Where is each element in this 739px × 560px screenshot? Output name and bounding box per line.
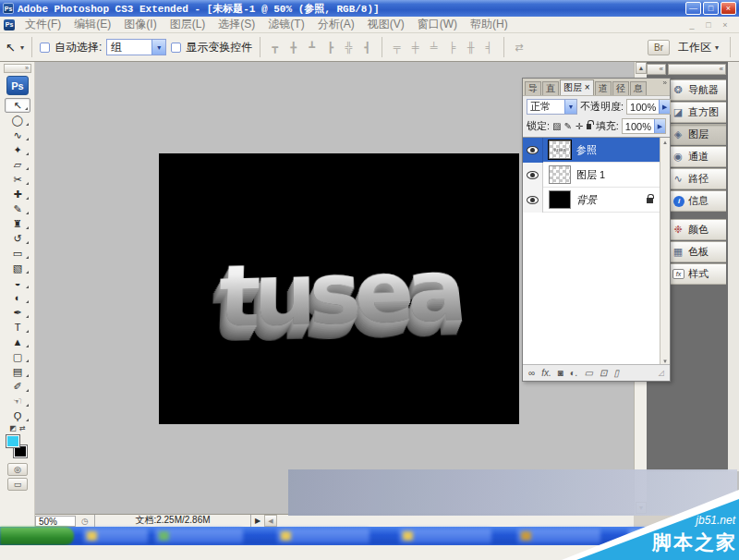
path-select-tool[interactable]: ▲ <box>5 335 30 349</box>
panel-button-navigator[interactable]: ❂ 导航器 <box>667 79 726 101</box>
taskbar-item[interactable] <box>155 529 243 543</box>
layer-row-background[interactable]: 背景 <box>523 188 670 213</box>
visibility-eye-icon[interactable] <box>527 146 539 154</box>
move-tool[interactable]: ↖ <box>5 98 30 113</box>
child-restore-button[interactable]: □ <box>702 20 715 30</box>
tab-info[interactable]: 息 <box>630 81 647 95</box>
tab-layers[interactable]: 图层 × <box>560 79 594 95</box>
slice-tool[interactable]: ✂ <box>5 172 30 187</box>
menu-edit[interactable]: 编辑(E) <box>67 17 117 32</box>
menu-view[interactable]: 视图(V) <box>361 17 411 32</box>
align-right-icon[interactable]: ┫ <box>360 42 374 54</box>
toolbox-collapse-header[interactable]: » <box>4 64 31 73</box>
adjustment-layer-button[interactable]: ◐. <box>570 368 578 378</box>
scroll-up-icon[interactable]: ▴ <box>660 139 670 146</box>
distribute-bottom-icon[interactable]: ╧ <box>427 42 441 53</box>
panel-button-info[interactable]: i 信息 <box>667 190 726 212</box>
menu-analysis[interactable]: 分析(A) <box>311 17 361 32</box>
layer-thumbnail[interactable]: tusea <box>549 140 571 159</box>
chevron-down-icon[interactable]: ▼ <box>564 100 576 114</box>
menu-help[interactable]: 帮助(H) <box>464 17 515 32</box>
tab-navigator[interactable]: 导 <box>525 81 541 95</box>
chevron-down-icon[interactable]: ▾ <box>151 40 165 55</box>
healing-brush-tool[interactable]: ✚ <box>5 187 30 201</box>
lock-pixels-icon[interactable]: ✎ <box>564 121 573 131</box>
menu-filter[interactable]: 滤镜(T) <box>261 17 310 32</box>
scroll-left-icon[interactable]: ◀ <box>264 515 277 527</box>
menu-layer[interactable]: 图层(L) <box>164 17 212 32</box>
distribute-right-icon[interactable]: ╡ <box>482 42 496 53</box>
dock-collapse-header[interactable]: « <box>647 64 666 75</box>
hand-tool[interactable]: ☜ <box>5 394 30 408</box>
notes-tool[interactable]: ▤ <box>5 364 30 379</box>
align-bottom-icon[interactable]: ┻ <box>305 42 319 54</box>
panel-button-swatches[interactable]: ▦ 色板 <box>667 241 726 262</box>
align-vcenter-icon[interactable]: ╋ <box>286 42 300 54</box>
taskbar-item[interactable] <box>399 529 491 543</box>
show-transform-checkbox[interactable] <box>171 43 181 53</box>
layer-thumbnail[interactable] <box>549 165 571 184</box>
tab-histogram[interactable]: 直 <box>542 81 559 95</box>
distribute-left-icon[interactable]: ╞ <box>445 42 459 53</box>
eraser-tool[interactable]: ▭ <box>5 246 30 261</box>
distribute-top-icon[interactable]: ╤ <box>390 42 404 53</box>
lock-position-icon[interactable]: ✛ <box>575 121 584 131</box>
clone-stamp-tool[interactable]: ♜ <box>5 216 30 231</box>
crop-tool[interactable]: ▱ <box>5 157 30 172</box>
default-colors-icon[interactable]: ◩ <box>9 424 17 432</box>
visibility-eye-icon[interactable] <box>527 196 539 204</box>
palette-menu-icon[interactable]: » <box>660 79 670 87</box>
distribute-vcenter-icon[interactable]: ╪ <box>408 42 422 53</box>
delete-layer-button[interactable]: ▯ <box>613 368 619 378</box>
align-left-icon[interactable]: ┣ <box>323 42 337 54</box>
history-brush-tool[interactable]: ↺ <box>5 231 30 246</box>
gradient-tool[interactable]: ▧ <box>5 261 30 275</box>
menu-file[interactable]: 文件(F) <box>18 17 67 32</box>
layer-name[interactable]: 参照 <box>576 143 597 157</box>
resize-grip-icon[interactable]: ◿ <box>659 369 664 377</box>
tool-preset-arrow-icon[interactable]: ▾ <box>20 43 24 52</box>
status-expand-icon[interactable]: ▶ <box>251 517 264 525</box>
minimize-button[interactable]: — <box>685 2 701 15</box>
brush-tool[interactable]: ✎ <box>5 201 30 216</box>
panel-button-paths[interactable]: ∿ 路径 <box>667 168 726 189</box>
dock-collapse-header-2[interactable]: « <box>668 64 726 75</box>
auto-select-checkbox[interactable] <box>40 43 50 53</box>
blur-tool[interactable]: ◒ <box>5 275 30 290</box>
type-tool[interactable]: T <box>5 320 30 335</box>
visibility-eye-icon[interactable] <box>527 171 539 179</box>
layer-name[interactable]: 背景 <box>576 193 597 207</box>
align-top-icon[interactable]: ┳ <box>268 42 282 54</box>
start-button[interactable] <box>0 527 74 545</box>
scroll-up-icon[interactable]: ▲ <box>636 62 647 74</box>
child-minimize-button[interactable]: _ <box>685 20 698 30</box>
fill-field[interactable]: 100% ▶ <box>622 118 666 134</box>
align-hcenter-icon[interactable]: ╬ <box>342 42 356 53</box>
eyedropper-tool[interactable]: ✐ <box>5 379 30 394</box>
menu-select[interactable]: 选择(S) <box>212 17 261 32</box>
layer-name[interactable]: 图层 1 <box>576 168 605 182</box>
swap-colors-icon[interactable]: ⇄ <box>19 424 26 432</box>
foreground-color-swatch[interactable] <box>6 434 20 448</box>
layer-style-button[interactable]: fx. <box>541 368 551 378</box>
shape-tool[interactable]: ▢ <box>5 349 30 364</box>
restore-button[interactable]: □ <box>703 2 719 15</box>
slider-arrow-icon[interactable]: ▶ <box>659 100 670 114</box>
photoshop-logo[interactable]: Ps <box>6 76 29 95</box>
layer-mask-button[interactable]: ◙ <box>558 368 563 378</box>
quick-mask-button[interactable]: ◎ <box>7 463 28 476</box>
panel-button-layers[interactable]: ◈ 图层 <box>667 124 726 145</box>
layer-row-tuceng1[interactable]: 图层 1 <box>523 163 670 188</box>
go-to-bridge-button[interactable]: Br <box>648 40 670 55</box>
menu-image[interactable]: 图像(I) <box>117 17 163 32</box>
layer-row-canzhao[interactable]: tusea 参照 <box>523 138 670 163</box>
lock-all-icon[interactable] <box>587 124 591 129</box>
canvas[interactable]: tusea tusea <box>159 153 519 424</box>
lasso-tool[interactable]: ∿ <box>5 128 30 142</box>
tab-channels[interactable]: 道 <box>595 81 612 95</box>
auto-select-dropdown[interactable]: 组 ▾ <box>106 39 166 55</box>
zoom-tool[interactable]: Ϙ <box>5 408 30 423</box>
distribute-hcenter-icon[interactable]: ╫ <box>464 42 478 53</box>
panel-button-histogram[interactable]: ◪ 直方图 <box>667 102 726 123</box>
move-tool-preset-icon[interactable]: ↖ <box>6 41 16 55</box>
